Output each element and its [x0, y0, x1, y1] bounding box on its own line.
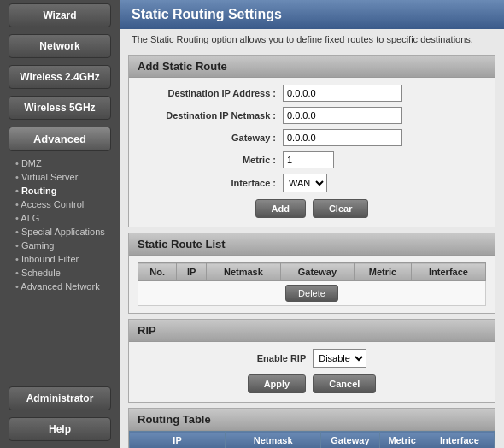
sidebar-advanced-links: DMZ Virtual Server Routing Access Contro…	[0, 155, 120, 295]
enable-rip-select[interactable]: Disable Enable	[313, 349, 366, 368]
rip-apply-button[interactable]: Apply	[248, 374, 307, 393]
page-title: Static Routing Settings	[120, 0, 504, 29]
routing-table-body: IP Netmask Gateway Metric Interface 255.…	[129, 431, 495, 448]
sidebar-item-dmz[interactable]: DMZ	[9, 156, 111, 170]
sidebar-administrator-btn[interactable]: Administrator	[9, 386, 111, 410]
metric-input[interactable]	[283, 151, 334, 168]
destination-netmask-row: Destination IP Netmask :	[138, 107, 486, 124]
gateway-label: Gateway :	[138, 133, 283, 143]
sidebar-wizard-btn[interactable]: Wizard	[9, 3, 111, 27]
add-clear-btn-row: Add Clear	[138, 197, 486, 220]
destination-ip-input[interactable]	[283, 85, 402, 102]
clear-button[interactable]: Clear	[313, 199, 369, 218]
add-static-route-header: Add Static Route	[129, 56, 495, 78]
sidebar-advanced-header[interactable]: Advanced	[9, 127, 111, 151]
sidebar-item-virtual-server[interactable]: Virtual Server	[9, 170, 111, 184]
sidebar-network-btn[interactable]: Network	[9, 34, 111, 58]
rt-col-gateway: Gateway	[321, 432, 379, 449]
add-button[interactable]: Add	[255, 199, 306, 218]
sidebar-help-btn[interactable]: Help	[9, 417, 111, 441]
rt-col-netmask: Netmask	[226, 432, 321, 449]
enable-rip-row: Enable RIP Disable Enable	[138, 349, 486, 368]
rip-body: Enable RIP Disable Enable Apply Cancel	[129, 342, 495, 402]
add-static-route-section: Add Static Route Destination IP Address …	[128, 55, 495, 227]
static-route-list-body: No. IP Netmask Gateway Metric Interface …	[129, 256, 495, 313]
interface-select[interactable]: WAN LAN	[283, 174, 327, 192]
routing-table: IP Netmask Gateway Metric Interface 255.…	[129, 431, 495, 448]
static-route-list-header: Static Route List	[129, 233, 495, 256]
col-netmask: Netmask	[206, 263, 280, 281]
interface-label: Interface :	[138, 178, 283, 188]
sidebar-item-alg[interactable]: ALG	[9, 211, 111, 225]
col-ip: IP	[177, 263, 207, 281]
col-no: No.	[138, 263, 177, 281]
routing-table-section: Routing Table IP Netmask Gateway Metric …	[128, 408, 495, 448]
sidebar-item-special-applications[interactable]: Special Applications	[9, 225, 111, 239]
col-gateway: Gateway	[280, 263, 354, 281]
sidebar-item-advanced-network[interactable]: Advanced Network	[9, 280, 111, 293]
rip-header: RIP	[129, 320, 495, 342]
static-route-list-section: Static Route List No. IP Netmask Gateway…	[128, 233, 495, 314]
static-route-table: No. IP Netmask Gateway Metric Interface …	[138, 262, 486, 306]
rt-col-metric: Metric	[379, 432, 425, 449]
sidebar-wireless5-btn[interactable]: Wireless 5GHz	[9, 96, 111, 120]
rip-btn-row: Apply Cancel	[138, 373, 486, 395]
add-static-route-body: Destination IP Address : Destination IP …	[129, 78, 495, 227]
metric-label: Metric :	[138, 155, 283, 165]
gateway-input[interactable]	[283, 129, 402, 146]
rt-col-ip: IP	[130, 432, 226, 449]
destination-netmask-input[interactable]	[283, 107, 402, 124]
delete-button[interactable]: Delete	[285, 285, 338, 302]
destination-netmask-label: Destination IP Netmask :	[138, 110, 283, 121]
rip-cancel-button[interactable]: Cancel	[313, 374, 376, 393]
destination-ip-label: Destination IP Address :	[138, 88, 283, 98]
gateway-row: Gateway :	[138, 129, 486, 146]
rt-col-interface: Interface	[425, 432, 494, 449]
sidebar-item-routing[interactable]: Routing	[9, 184, 111, 197]
destination-ip-row: Destination IP Address :	[138, 85, 486, 102]
interface-row: Interface : WAN LAN	[138, 174, 486, 192]
col-interface: Interface	[412, 263, 486, 281]
sidebar-item-inbound-filter[interactable]: Inbound Filter	[9, 252, 111, 266]
sidebar-item-schedule[interactable]: Schedule	[9, 266, 111, 280]
sidebar-item-gaming[interactable]: Gaming	[9, 239, 111, 252]
enable-rip-label: Enable RIP	[257, 353, 306, 363]
sidebar: Wizard Network Wireless 2.4GHz Wireless …	[0, 0, 120, 448]
page-description: The Static Routing option allows you to …	[120, 29, 504, 50]
metric-row: Metric :	[138, 151, 486, 168]
rip-section: RIP Enable RIP Disable Enable Apply Canc…	[128, 319, 495, 403]
sidebar-item-access-control[interactable]: Access Control	[9, 197, 111, 211]
col-metric: Metric	[354, 263, 411, 281]
routing-table-header: Routing Table	[129, 409, 495, 431]
sidebar-wireless24-btn[interactable]: Wireless 2.4GHz	[9, 65, 111, 89]
main-content: Static Routing Settings The Static Routi…	[120, 0, 504, 448]
